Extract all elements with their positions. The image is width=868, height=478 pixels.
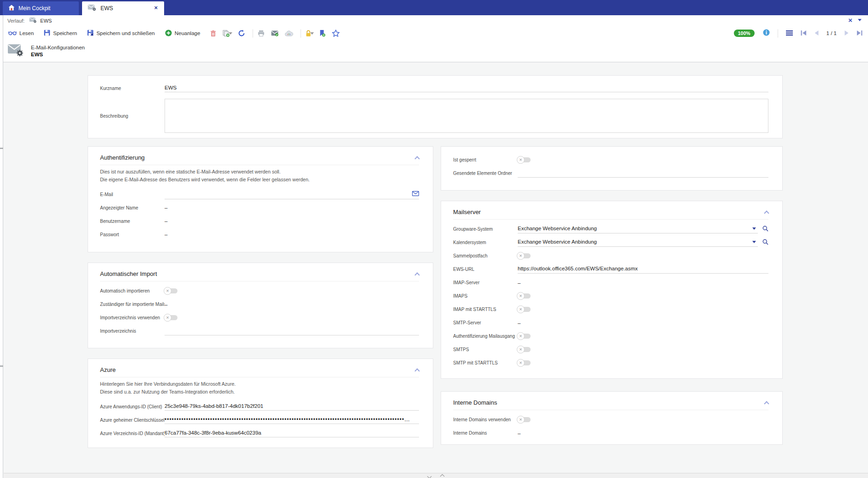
refresh-icon[interactable] [238, 30, 245, 37]
speichern-button[interactable]: Speichern [44, 30, 77, 37]
smtp-server-label: SMTP-Server [453, 320, 518, 325]
azure-tenant-id-label: Azure Verzeichnis-ID (Mandant) [100, 431, 165, 436]
chevron-down-icon[interactable] [752, 227, 756, 230]
smtps-toggle[interactable]: × [519, 347, 531, 352]
glasses-icon [8, 30, 17, 36]
chevron-down-icon[interactable] [858, 19, 862, 21]
azure-client-id-input[interactable] [165, 403, 419, 409]
locked-toggle[interactable]: × [519, 157, 531, 162]
history-label: Verlauf: [7, 18, 24, 24]
responsible-label: Zuständiger für importierte Mails [100, 302, 165, 307]
imap-starttls-label: IMAP mit STARTTLS [453, 307, 518, 312]
envelope-icon[interactable] [412, 190, 419, 198]
info-icon[interactable] [763, 29, 770, 38]
history-item[interactable]: EWS [40, 18, 52, 24]
collapse-chevron-icon[interactable] [414, 272, 419, 277]
use-domains-toggle[interactable]: × [519, 417, 531, 422]
auto-import-toggle[interactable]: × [165, 288, 177, 293]
auth-card: Authentifizierung Dies ist nur auszufüll… [88, 146, 433, 252]
beschreibung-textarea[interactable] [165, 99, 768, 133]
tab-mein-cockpit[interactable]: Mein Cockpit [3, 1, 79, 15]
sent-folder-input[interactable] [518, 170, 768, 175]
previous-page-icon [815, 29, 819, 37]
auth-description: Dies ist nur auszufüllen, wenn eine stat… [100, 168, 419, 184]
azure-secret-masked-value[interactable]: ••••••••••••••••••••••••••••••••••••••••… [165, 416, 419, 423]
splitter-handle[interactable] [0, 148, 3, 149]
imap-server-label: IMAP-Server [453, 280, 518, 285]
plus-circle-icon [165, 30, 172, 37]
mailserver-card: Mailserver Groupware-System Exchange Web… [441, 201, 783, 379]
left-splitter[interactable] [0, 15, 3, 478]
first-page-icon[interactable] [801, 29, 807, 37]
general-card: Kurzname Beschreibung [88, 75, 783, 138]
duplicate-dropdown-icon[interactable] [229, 32, 232, 35]
use-import-dir-label: Importverzeichnis verwenden [100, 315, 165, 320]
smtp-auth-label: Authentifizierung Mailausgang [453, 334, 518, 339]
close-history-icon[interactable]: × [848, 17, 852, 24]
splitter-handle[interactable] [0, 365, 3, 367]
calendar-system-dropdown[interactable]: Exchange Webservice Anbindung [518, 239, 758, 247]
search-icon[interactable] [762, 239, 768, 247]
shared-mailbox-label: Sammelpostfach [453, 253, 518, 258]
send-mail-icon[interactable] [271, 30, 278, 36]
smtp-auth-toggle[interactable]: × [519, 334, 531, 339]
toolbar-separator [778, 30, 778, 37]
email-input[interactable] [165, 191, 412, 197]
collapse-chevron-icon[interactable] [414, 368, 419, 373]
smtp-starttls-toggle[interactable]: × [519, 360, 531, 365]
ews-url-input[interactable] [518, 266, 768, 271]
imap-starttls-toggle[interactable]: × [519, 307, 531, 312]
groupware-label: Groupware-System [453, 227, 518, 232]
neuanlage-button[interactable]: Neuanlage [165, 30, 201, 37]
toolbar-separator [301, 30, 301, 37]
imaps-toggle[interactable]: × [519, 293, 531, 299]
mail-config-icon [88, 4, 97, 13]
bookmark-add-icon[interactable] [319, 30, 325, 37]
use-import-dir-toggle[interactable]: × [165, 315, 177, 320]
speichern-schliessen-label: Speichern und schließen [96, 30, 155, 36]
home-icon [8, 5, 15, 12]
username-value: – [165, 218, 167, 224]
auto-import-card: Automatischer Import Automatisch importi… [88, 263, 433, 348]
import-dir-input[interactable] [165, 328, 419, 333]
azure-secret-label: Azure geheimer Clientschlüssel [100, 418, 165, 423]
delete-icon[interactable] [210, 30, 216, 37]
speichern-und-schliessen-button[interactable]: Speichern und schließen [87, 30, 155, 37]
azure-client-id-label: Azure Anwendungs-ID (Client) [100, 404, 165, 409]
smtp-server-value: – [518, 320, 520, 326]
record-type-label: E-Mail-Konfigurationen [31, 44, 85, 51]
print-icon[interactable] [258, 30, 265, 36]
locked-label: Ist gesperrt [453, 157, 518, 162]
menu-icon[interactable] [786, 29, 793, 37]
lesen-button[interactable]: Lesen [8, 30, 34, 36]
zoom-badge[interactable]: 100% [734, 30, 755, 37]
domains-list-label: Interne Domains [453, 430, 518, 436]
page-indicator: 1 / 1 [827, 30, 837, 36]
lesen-label: Lesen [19, 30, 34, 36]
favorite-star-icon[interactable] [332, 30, 340, 37]
import-dir-label: Importverzeichnis [100, 329, 165, 334]
mail-config-large-icon [7, 43, 25, 59]
lock-dropdown-icon[interactable] [310, 32, 314, 35]
search-icon[interactable] [762, 225, 768, 233]
shared-mailbox-toggle[interactable]: × [519, 253, 531, 258]
auto-import-label: Automatisch importieren [100, 288, 165, 293]
status-card: Ist gesperrt × Gesendete Elemente Ordner [441, 146, 783, 191]
toolbar: Lesen Speichern Speichern und schließen … [0, 26, 868, 40]
last-page-icon[interactable] [856, 29, 862, 37]
collapse-chevron-icon[interactable] [414, 156, 419, 161]
use-domains-label: Interne Domains verwenden [453, 417, 518, 422]
history-bar: Verlauf: EWS × [0, 15, 868, 26]
chevron-down-icon[interactable] [752, 241, 756, 243]
kurzname-input[interactable] [165, 85, 768, 90]
azure-tenant-id-input[interactable] [165, 430, 419, 436]
tab-label: Mein Cockpit [18, 5, 50, 12]
tab-ews[interactable]: EWS × [82, 1, 164, 15]
password-label: Passwort [100, 232, 165, 237]
page-header: E-Mail-Konfigurationen EWS [0, 40, 868, 62]
tab-close-icon[interactable]: × [154, 5, 158, 11]
collapse-chevron-icon[interactable] [764, 401, 769, 406]
collapse-chevron-icon[interactable] [764, 210, 769, 215]
mail-config-icon [29, 17, 37, 24]
groupware-dropdown[interactable]: Exchange Webservice Anbindung [518, 225, 758, 233]
